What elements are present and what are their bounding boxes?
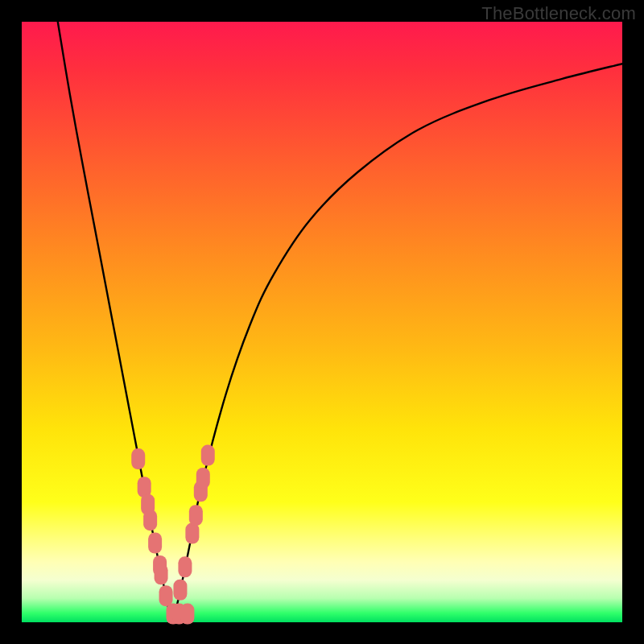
curve-group <box>58 22 622 622</box>
marker-group <box>131 445 215 625</box>
marker-point <box>148 533 162 554</box>
marker-point <box>201 445 215 466</box>
marker-point <box>143 510 157 530</box>
watermark-text: TheBottleneck.com <box>481 3 636 24</box>
marker-point <box>131 448 145 469</box>
marker-point <box>185 523 199 544</box>
marker-point <box>180 604 194 625</box>
chart-svg <box>22 22 622 622</box>
marker-point <box>189 505 203 526</box>
marker-point <box>159 585 173 606</box>
outer-frame: TheBottleneck.com <box>0 0 644 644</box>
marker-point <box>196 468 210 489</box>
marker-point <box>178 556 192 577</box>
bottleneck-curve <box>58 22 622 622</box>
marker-point <box>155 564 168 584</box>
marker-point <box>173 580 187 601</box>
